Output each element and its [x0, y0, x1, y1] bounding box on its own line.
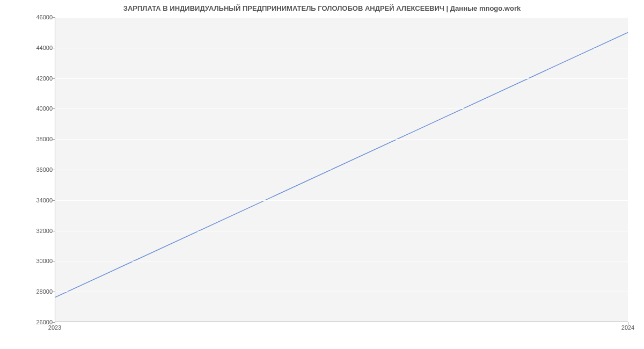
y-tick-mark: [52, 17, 55, 18]
svg-line-0: [55, 32, 628, 297]
gridline: [55, 78, 628, 79]
y-tick-label: 46000: [26, 14, 53, 20]
y-tick-mark: [52, 78, 55, 79]
y-tick-label: 40000: [26, 105, 53, 112]
y-tick-label: 28000: [26, 288, 53, 295]
x-tick-label: 2024: [621, 324, 634, 331]
gridline: [55, 170, 628, 170]
y-tick-mark: [52, 292, 55, 292]
chart-title: ЗАРПЛАТА В ИНДИВИДУАЛЬНЫЙ ПРЕДПРИНИМАТЕЛ…: [0, 4, 644, 12]
y-tick-mark: [52, 170, 55, 170]
x-tick-mark: [55, 322, 55, 325]
y-tick-label: 30000: [26, 258, 53, 264]
gridline: [55, 200, 628, 201]
gridline: [55, 17, 628, 18]
y-tick-mark: [52, 139, 55, 140]
y-tick-mark: [52, 200, 55, 201]
y-tick-label: 36000: [26, 166, 53, 173]
gridline: [55, 231, 628, 231]
y-tick-label: 32000: [26, 228, 53, 234]
y-tick-mark: [52, 231, 55, 231]
x-tick-label: 2023: [48, 324, 61, 331]
x-tick-mark: [628, 322, 628, 325]
y-tick-mark: [52, 108, 55, 109]
y-tick-mark: [52, 261, 55, 261]
y-tick-label: 38000: [26, 136, 53, 142]
gridline: [55, 139, 628, 140]
y-tick-label: 34000: [26, 197, 53, 203]
gridline: [55, 108, 628, 109]
gridline: [55, 261, 628, 261]
y-tick-mark: [52, 48, 55, 48]
gridline: [55, 322, 628, 323]
y-tick-label: 44000: [26, 45, 53, 51]
y-tick-label: 42000: [26, 75, 53, 82]
plot-area: [55, 17, 628, 322]
gridline: [55, 48, 628, 48]
chart-container: ЗАРПЛАТА В ИНДИВИДУАЛЬНЫЙ ПРЕДПРИНИМАТЕЛ…: [0, 0, 644, 349]
gridline: [55, 292, 628, 292]
